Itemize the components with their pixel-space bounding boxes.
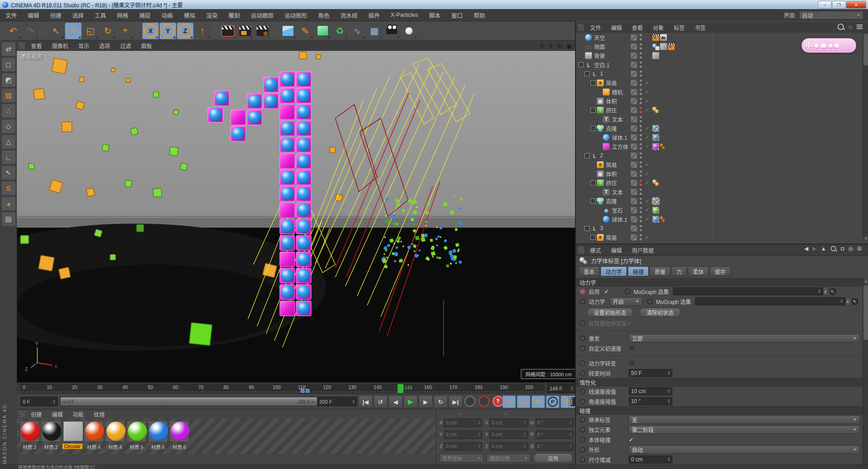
material-menu-item[interactable]: 纹理 bbox=[89, 410, 110, 418]
anim-dot[interactable] bbox=[647, 299, 653, 304]
tree-row[interactable]: ◆宝石✓ bbox=[576, 205, 868, 215]
inherit-tag-dropdown[interactable]: 无▼ bbox=[629, 415, 860, 424]
main-menu-item[interactable]: 角色 bbox=[313, 11, 335, 20]
ime-language-indicator[interactable]: 中 bbox=[806, 41, 812, 50]
visible-checkbox[interactable]: ✓ bbox=[627, 320, 632, 327]
anim-dot[interactable] bbox=[580, 289, 585, 294]
main-menu-item[interactable]: 创建 bbox=[45, 11, 67, 20]
object-name[interactable]: 宝石 bbox=[612, 206, 623, 214]
viewport-menu-item[interactable]: 选项 bbox=[94, 42, 115, 50]
apply-button[interactable]: 应用 bbox=[534, 453, 573, 463]
dynamic-dropdown[interactable]: 开启▼ bbox=[610, 297, 642, 306]
anim-dot[interactable] bbox=[580, 417, 585, 423]
individual-elements-dropdown[interactable]: 第二阶段▼ bbox=[629, 425, 860, 434]
enable-check[interactable]: ✓ bbox=[645, 135, 649, 140]
main-menu-item[interactable]: 编辑 bbox=[22, 11, 45, 20]
next-frame-button[interactable]: ▶ bbox=[419, 395, 433, 408]
layer-toggle[interactable] bbox=[631, 70, 637, 77]
custom-velocity-checkbox[interactable] bbox=[629, 345, 635, 351]
tree-row[interactable]: ▦体积✓ bbox=[576, 169, 868, 178]
layer-toggle[interactable] bbox=[631, 125, 637, 132]
tree-row[interactable]: -✱简易✓ bbox=[576, 78, 868, 87]
am-scrollbar[interactable]: ▲ bbox=[863, 278, 868, 469]
material-swatch[interactable]: 材质.4 bbox=[84, 420, 104, 454]
layer-toggle[interactable] bbox=[631, 170, 637, 177]
render-view-icon[interactable] bbox=[220, 23, 236, 39]
anim-dot[interactable] bbox=[580, 427, 585, 433]
coord-system-dropdown[interactable]: 世界坐标▼ bbox=[439, 454, 484, 463]
rotate-tool-icon[interactable]: ↻ bbox=[100, 23, 116, 39]
visibility-dots[interactable] bbox=[640, 116, 642, 122]
anim-dot[interactable] bbox=[580, 320, 585, 326]
render-picture-viewer-icon[interactable] bbox=[237, 23, 253, 39]
expand-toggle[interactable]: - bbox=[590, 235, 595, 240]
tree-row[interactable]: T文本 bbox=[576, 187, 868, 196]
end-frame-field[interactable]: 200 F▲▼ bbox=[317, 397, 357, 406]
prev-frame-button[interactable]: ◀ bbox=[389, 395, 403, 408]
mograph-pick-button[interactable]: ▸ bbox=[823, 287, 828, 295]
ball-blue-tag[interactable] bbox=[652, 134, 659, 141]
light-icon[interactable] bbox=[401, 23, 417, 39]
perspective-viewport[interactable]: 透视视图 YXZ 网格间距 : 10000 cm bbox=[17, 51, 575, 382]
ime-settings-icon[interactable] bbox=[835, 44, 839, 48]
visibility-dots[interactable] bbox=[640, 143, 642, 150]
tab-缓存[interactable]: 缓存 bbox=[710, 266, 731, 276]
redo-icon[interactable]: ↷ bbox=[22, 23, 39, 39]
object-manager-menu-item[interactable]: 书签 bbox=[690, 24, 711, 31]
object-name[interactable]: 体积 bbox=[606, 170, 617, 178]
mograph-cursor-button[interactable]: ↖ bbox=[851, 297, 859, 306]
main-menu-item[interactable]: 渲染 bbox=[201, 11, 223, 20]
next-key-button[interactable]: ↻ bbox=[434, 395, 448, 408]
enable-check[interactable]: ✓ bbox=[645, 98, 649, 104]
main-menu-item[interactable]: 插件 bbox=[363, 11, 385, 20]
visibility-dots[interactable] bbox=[640, 134, 642, 140]
main-menu-item[interactable]: 动画 bbox=[156, 11, 178, 20]
tree-row[interactable]: -Ｌ2 bbox=[576, 151, 868, 160]
anim-dot[interactable] bbox=[580, 389, 585, 394]
tab-碰撞[interactable]: 碰撞 bbox=[628, 266, 649, 276]
subdivision-surface-icon[interactable] bbox=[314, 23, 331, 39]
scale-tool-icon[interactable]: ◱ bbox=[82, 23, 99, 39]
transition-time-field[interactable]: 50 F▲▼ bbox=[629, 369, 672, 377]
tree-row[interactable]: -Ｌ3 bbox=[576, 224, 868, 233]
layer-toggle[interactable] bbox=[631, 43, 637, 50]
visibility-dots[interactable] bbox=[640, 180, 642, 186]
main-menu-item[interactable]: 帮助 bbox=[468, 11, 490, 20]
material-swatch[interactable]: 材质.6 bbox=[148, 420, 168, 454]
object-name[interactable]: 2 bbox=[600, 152, 603, 159]
main-menu-item[interactable]: 运动跟踪 bbox=[245, 11, 279, 20]
object-name[interactable]: 简易 bbox=[606, 161, 617, 169]
anim-dot[interactable] bbox=[580, 335, 585, 341]
polygons-mode-icon[interactable]: △ bbox=[2, 135, 15, 149]
size-increment-field[interactable]: 0 cm▲▼ bbox=[629, 455, 672, 464]
vp-zoom-icon[interactable]: ⇕ bbox=[548, 42, 554, 50]
object-name[interactable]: 空白.1 bbox=[594, 61, 610, 69]
viewport-menu-item[interactable]: 查看 bbox=[26, 42, 47, 50]
object-name[interactable]: 球体.1 bbox=[612, 134, 627, 141]
om-search-icon[interactable] bbox=[838, 24, 844, 30]
edges-mode-icon[interactable]: ◇ bbox=[2, 120, 15, 133]
minimize-button[interactable]: – bbox=[818, 1, 832, 9]
material-name[interactable]: 材质.4 bbox=[105, 444, 125, 450]
layer-toggle[interactable] bbox=[631, 198, 637, 205]
prev-key-button[interactable]: ↺ bbox=[373, 395, 388, 408]
dynamic-transition-checkbox[interactable] bbox=[629, 360, 635, 366]
layer-toggle[interactable] bbox=[631, 52, 637, 59]
self-collision-checkbox[interactable]: ✓ bbox=[629, 436, 634, 443]
enable-check[interactable]: ✓ bbox=[645, 107, 649, 113]
layer-toggle[interactable] bbox=[631, 80, 637, 86]
trigger-dropdown[interactable]: 立即▼ bbox=[629, 334, 860, 343]
material-name[interactable]: 材质.6 bbox=[148, 444, 168, 450]
close-button[interactable]: ✕ bbox=[846, 1, 866, 9]
enable-check[interactable]: ✓ bbox=[645, 125, 649, 131]
object-name[interactable]: 文本 bbox=[612, 188, 623, 196]
material-menu-item[interactable]: 功能 bbox=[68, 410, 89, 418]
enable-checkbox[interactable]: ✓ bbox=[604, 288, 609, 295]
material-swatch[interactable]: 材质.4 bbox=[105, 420, 125, 454]
rotation-p-field[interactable]: 0 °▲▼ bbox=[535, 430, 574, 439]
move-tool-icon[interactable]: + bbox=[65, 23, 81, 39]
expand-toggle[interactable]: - bbox=[590, 180, 595, 185]
tree-row[interactable]: ✱简易✓ bbox=[576, 160, 868, 169]
size-y-field[interactable]: 0 cm▲▼ bbox=[490, 430, 528, 439]
material-name[interactable]: Circular bbox=[62, 444, 82, 449]
